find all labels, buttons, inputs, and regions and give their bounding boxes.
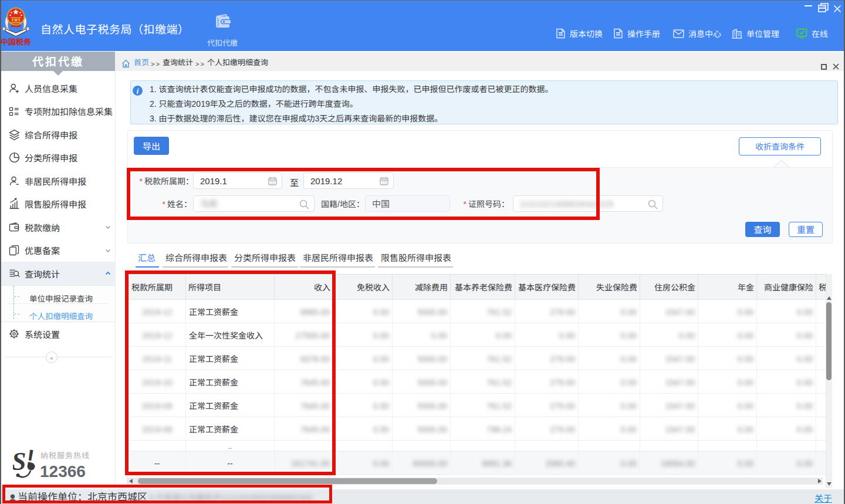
svg-text:中国税务: 中国税务 [1,36,31,47]
svg-text:S: S [13,447,26,476]
